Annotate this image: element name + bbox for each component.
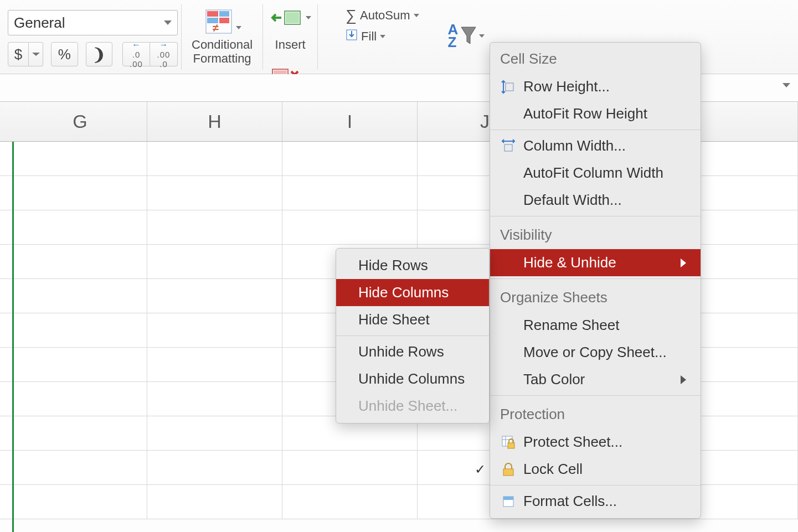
editing-group: ∑ AutoSum Fill AZ [318,4,488,70]
insert-button[interactable]: Insert [266,4,314,51]
menu-hide-columns[interactable]: Hide Columns [336,279,489,306]
menu-autofit-col[interactable]: AutoFit Column Width [490,159,701,187]
styles-group: ≠ ConditionalFormatting Formatas Table [182,4,263,70]
chevron-down-icon [380,35,385,38]
svg-rect-28 [503,469,513,476]
decrease-decimal-button[interactable]: .00 .0 [150,42,178,66]
menu-section-visibility: Visibility [490,219,701,249]
filter-icon [459,24,478,48]
row-height-icon [500,80,517,94]
chevron-down-icon [306,16,311,19]
menu-section-cell-size: Cell Size [490,43,701,73]
menu-column-width[interactable]: Column Width... [490,132,701,159]
menu-row-height[interactable]: Row Height... [490,73,701,100]
svg-text:≠: ≠ [213,22,219,34]
menu-section-protection: Protection [490,398,701,428]
conditional-formatting-icon: ≠ [203,7,235,37]
col-header-h[interactable]: H [147,102,282,141]
lock-icon [500,462,517,477]
svg-rect-1 [207,11,218,17]
menu-hide-sheet[interactable]: Hide Sheet [336,306,489,333]
svg-rect-14 [286,12,299,23]
menu-rename-sheet[interactable]: Rename Sheet [490,312,701,339]
sigma-icon: ∑ [346,7,357,24]
format-cells-icon [500,495,517,508]
column-width-icon [500,139,517,153]
svg-rect-27 [508,443,514,448]
svg-rect-23 [504,144,512,151]
arrow-right-icon [159,40,168,50]
selection-indicator [12,142,14,532]
menu-protect-sheet[interactable]: Protect Sheet... [490,428,701,456]
cells-group: Insert Delete [263,4,318,70]
menu-tab-color[interactable]: Tab Color [490,366,701,393]
hide-unhide-submenu: Hide Rows Hide Columns Hide Sheet Unhide… [336,248,490,423]
menu-format-cells[interactable]: Format Cells... [490,488,701,515]
comma-style-button[interactable]: ❩ [86,42,113,66]
chevron-down-icon [164,20,172,25]
svg-rect-2 [219,11,229,17]
currency-dropdown[interactable] [29,42,43,66]
menu-hide-rows[interactable]: Hide Rows [336,252,489,279]
format-menu: Cell Size Row Height... AutoFit Row Heig… [490,42,701,519]
menu-unhide-sheet: Unhide Sheet... [336,392,489,420]
sort-icon: AZ [448,23,459,49]
chevron-right-icon [681,259,686,267]
arrow-left-icon [132,40,141,50]
chevron-down-icon [479,34,485,38]
number-format-combo[interactable]: General [8,10,178,35]
svg-rect-4 [219,18,229,23]
chevron-right-icon [681,375,686,384]
percent-button[interactable]: % [51,42,78,66]
fill-button[interactable]: Fill [346,29,419,44]
sort-filter-button[interactable]: AZ [448,2,485,70]
menu-default-width[interactable]: Default Width... [490,187,701,214]
menu-unhide-rows[interactable]: Unhide Rows [336,338,489,365]
chevron-down-icon [32,53,40,56]
menu-unhide-columns[interactable]: Unhide Columns [336,365,489,392]
number-format-group: General $ % ❩ .0 .00 [4,4,182,70]
menu-autofit-row[interactable]: AutoFit Row Height [490,100,701,127]
expand-formula-bar-icon[interactable] [782,83,790,87]
insert-cells-icon [269,4,311,31]
conditional-formatting-button[interactable]: ≠ ConditionalFormatting [189,4,255,66]
currency-button[interactable]: $ [8,42,29,66]
svg-rect-22 [506,83,513,91]
menu-section-organize: Organize Sheets [490,281,701,312]
increase-decimal-button[interactable]: .0 .00 [122,42,150,66]
menu-hide-unhide[interactable]: Hide & Unhide [490,249,701,276]
protect-sheet-icon [500,435,517,450]
chevron-down-icon [414,14,419,17]
autosum-button[interactable]: ∑ AutoSum [346,7,419,24]
col-header-g[interactable]: G [13,102,147,141]
chevron-down-icon [236,26,241,29]
number-format-value: General [14,14,65,32]
menu-lock-cell[interactable]: ✓ Lock Cell [490,456,701,483]
svg-rect-30 [503,497,513,500]
menu-move-copy-sheet[interactable]: Move or Copy Sheet... [490,339,701,366]
fill-down-icon [346,29,358,44]
col-header-i[interactable]: I [282,102,418,141]
